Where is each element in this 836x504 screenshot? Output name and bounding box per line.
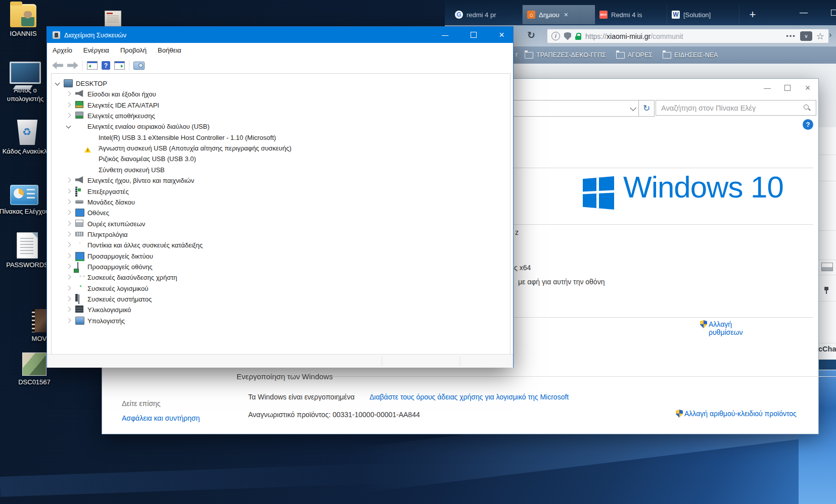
minimize-button[interactable]: — bbox=[434, 27, 456, 43]
desktop-icon-passwords-doc[interactable]: PASSWORDS bbox=[1, 232, 54, 269]
browser-tab-1[interactable]: Gredmi 4 pr bbox=[450, 5, 523, 24]
tree-item[interactable]: Πληκτρολόγια bbox=[87, 229, 128, 239]
show-action-pane-icon[interactable] bbox=[114, 61, 125, 70]
close-button[interactable]: × bbox=[490, 27, 513, 43]
license-terms-link[interactable]: Διαβάστε τους όρους άδειας χρήσης για λο… bbox=[369, 393, 569, 401]
tree-item[interactable]: Ελεγκτές ενιαίου σειριακού διαύλου (USB) bbox=[87, 121, 210, 131]
folder-icon bbox=[616, 52, 625, 59]
chevron-collapsed-icon[interactable] bbox=[66, 113, 71, 118]
maximize-button[interactable] bbox=[781, 83, 794, 93]
recycle-bin-icon bbox=[16, 120, 39, 145]
control-panel-search-input[interactable]: Αναζήτηση στον Πίνακα Ελέγ bbox=[656, 100, 816, 116]
forward-icon[interactable] bbox=[67, 62, 78, 69]
folder-icon bbox=[663, 52, 671, 59]
secure-lock-icon bbox=[575, 33, 581, 40]
chevron-expanded-icon[interactable] bbox=[55, 81, 60, 86]
chevron-collapsed-icon[interactable] bbox=[66, 307, 71, 312]
change-settings-link[interactable]: Αλλαγήρυθμίσεων bbox=[700, 320, 742, 336]
tree-item[interactable]: Ουρές εκτυπώσεων bbox=[87, 219, 145, 229]
chevron-collapsed-icon[interactable] bbox=[66, 264, 71, 269]
tree-item[interactable]: Υλικολογισμικό bbox=[87, 305, 131, 315]
bookmark-partial-text[interactable]: r bbox=[516, 51, 518, 58]
tree-item[interactable]: Οθόνες bbox=[87, 208, 109, 218]
maximize-button[interactable] bbox=[462, 27, 485, 43]
bookmark-star-icon[interactable]: ☆ bbox=[816, 31, 824, 42]
tree-item[interactable]: DESKTOP bbox=[76, 78, 107, 88]
tree-item[interactable]: Intel(R) USB 3.1 eXtensible Host Control… bbox=[99, 132, 276, 142]
minimize-button[interactable]: — bbox=[761, 83, 774, 93]
tree-item[interactable]: Συσκευές συστήματος bbox=[87, 294, 152, 304]
url-bar[interactable]: i https://xiaomi-miui.gr/communit ••• ∨ … bbox=[547, 29, 829, 43]
new-tab-button[interactable]: + bbox=[744, 5, 761, 24]
tree-item[interactable]: Μονάδες δίσκου bbox=[87, 197, 135, 207]
tree-item[interactable]: Ελεγκτές IDE ATA/ATAPI bbox=[87, 100, 159, 110]
close-button[interactable]: × bbox=[801, 83, 814, 93]
minimize-button[interactable]: — bbox=[794, 5, 814, 20]
menu-2[interactable]: Ενέργεια bbox=[78, 46, 115, 54]
url-text[interactable]: https://xiaomi-miui.gr/communit bbox=[585, 32, 782, 40]
device-manager-titlebar[interactable]: Διαχείριση Συσκευών — × bbox=[47, 27, 513, 43]
bookmark-folder-2[interactable]: ΑΓΟΡΕΣ bbox=[616, 52, 653, 59]
bookmark-folder-3[interactable]: ΕΙΔΗΣΕΙΣ-ΝΕΑ bbox=[663, 52, 718, 59]
security-maintenance-link[interactable]: Ασφάλεια και συντήρηση bbox=[122, 414, 200, 422]
help-icon[interactable]: ? bbox=[102, 61, 110, 70]
tab-close-icon[interactable]: × bbox=[564, 11, 568, 19]
chevron-collapsed-icon[interactable] bbox=[66, 254, 71, 259]
desktop-icon-control-panel[interactable]: Πίνακας Ελέγχου bbox=[0, 185, 51, 216]
tree-item[interactable]: Συσκευές διασύνδεσης χρήστη bbox=[87, 272, 177, 282]
menu-3[interactable]: Προβολή bbox=[115, 46, 152, 54]
tree-item[interactable]: Είσοδοι και έξοδοι ήχου bbox=[87, 89, 156, 99]
desktop-icon-recycle-bin[interactable]: Κάδος Ανακύκλω bbox=[1, 120, 54, 156]
chevron-expanded-icon[interactable] bbox=[66, 124, 71, 129]
maximize-button[interactable] bbox=[824, 5, 836, 20]
tree-item[interactable]: Ποντίκια και άλλες συσκευές κατάδειξης bbox=[87, 240, 203, 250]
chevron-collapsed-icon[interactable] bbox=[66, 242, 71, 247]
tree-item[interactable]: Προσαρμογείς δικτύου bbox=[87, 251, 153, 261]
help-button[interactable]: ? bbox=[803, 119, 813, 130]
browser-tab-2[interactable]: ⌂Δημιου× bbox=[523, 5, 595, 24]
browser-tab-3[interactable]: MIUIRedmi 4 is bbox=[595, 5, 667, 24]
tree-item[interactable]: Προσαρμογείς οθόνης bbox=[87, 262, 152, 272]
chevron-collapsed-icon[interactable] bbox=[66, 210, 71, 215]
tree-item[interactable]: Σύνθετη συσκευή USB bbox=[99, 165, 165, 175]
tree-item[interactable]: Ελεγκτές ήχου, βίντεο και παιχνιδιών bbox=[87, 175, 194, 185]
tree-item[interactable]: Άγνωστη συσκευή USB (Αποτυχία αίτησης πε… bbox=[99, 143, 292, 153]
menu-4[interactable]: Βοήθεια bbox=[152, 46, 187, 54]
page-actions-icon[interactable]: ••• bbox=[786, 32, 796, 40]
pocket-icon[interactable]: ∨ bbox=[800, 31, 812, 41]
tree-item[interactable]: Ελεγκτές αποθήκευσης bbox=[87, 111, 155, 121]
tracking-protection-icon[interactable] bbox=[564, 32, 571, 40]
menu-1[interactable]: Αρχείο bbox=[47, 46, 78, 54]
change-product-key-link[interactable]: Αλλαγή αριθμού-κλειδιού προϊόντος bbox=[676, 410, 797, 418]
show-console-tree-icon[interactable] bbox=[87, 61, 98, 70]
device-icon-storage bbox=[75, 112, 83, 119]
tree-item[interactable]: Επεξεργαστές bbox=[87, 186, 129, 196]
reload-icon[interactable]: ↻ bbox=[527, 29, 535, 41]
chevron-collapsed-icon[interactable] bbox=[66, 232, 71, 237]
refresh-button[interactable]: ↻ bbox=[639, 100, 655, 117]
activation-status: Τα Windows είναι ενεργοποιημένα bbox=[248, 393, 355, 401]
chevron-collapsed-icon[interactable] bbox=[66, 296, 71, 301]
device-icon-monitor bbox=[75, 209, 84, 217]
page-info-icon[interactable]: i bbox=[551, 32, 560, 40]
desktop-icon-this-pc[interactable]: Αυτός ο υπολογιστής bbox=[0, 62, 52, 103]
chevron-collapsed-icon[interactable] bbox=[66, 189, 71, 194]
desktop-icon-user-folder[interactable]: IOANNIS bbox=[0, 4, 50, 38]
chevron-collapsed-icon[interactable] bbox=[66, 103, 71, 108]
tree-item[interactable]: Συσκευές λογισμικού bbox=[87, 283, 148, 293]
tree-item[interactable]: Υπολογιστής bbox=[87, 316, 125, 326]
scan-hardware-changes-icon[interactable] bbox=[133, 62, 145, 70]
chevron-collapsed-icon[interactable] bbox=[66, 91, 71, 96]
desktop-icon-document-thumb[interactable] bbox=[86, 11, 139, 27]
chevron-collapsed-icon[interactable] bbox=[66, 275, 71, 280]
chevron-collapsed-icon[interactable] bbox=[66, 178, 71, 183]
tree-item[interactable]: Ριζικός διανομέας USB (USB 3.0) bbox=[99, 154, 196, 164]
chevron-collapsed-icon[interactable] bbox=[66, 199, 71, 205]
chevron-collapsed-icon[interactable] bbox=[66, 318, 71, 323]
bookmark-folder-1[interactable]: ΤΡΑΠΕΖΕΣ-ΔΕΚΟ-ΓΓΠΣ bbox=[525, 52, 606, 59]
toolbar-overflow-chevron[interactable]: › bbox=[829, 30, 832, 40]
back-icon[interactable] bbox=[52, 62, 63, 69]
chevron-collapsed-icon[interactable] bbox=[66, 286, 71, 291]
browser-tab-4[interactable]: W[Solution] bbox=[667, 5, 739, 24]
chevron-collapsed-icon[interactable] bbox=[66, 221, 71, 226]
